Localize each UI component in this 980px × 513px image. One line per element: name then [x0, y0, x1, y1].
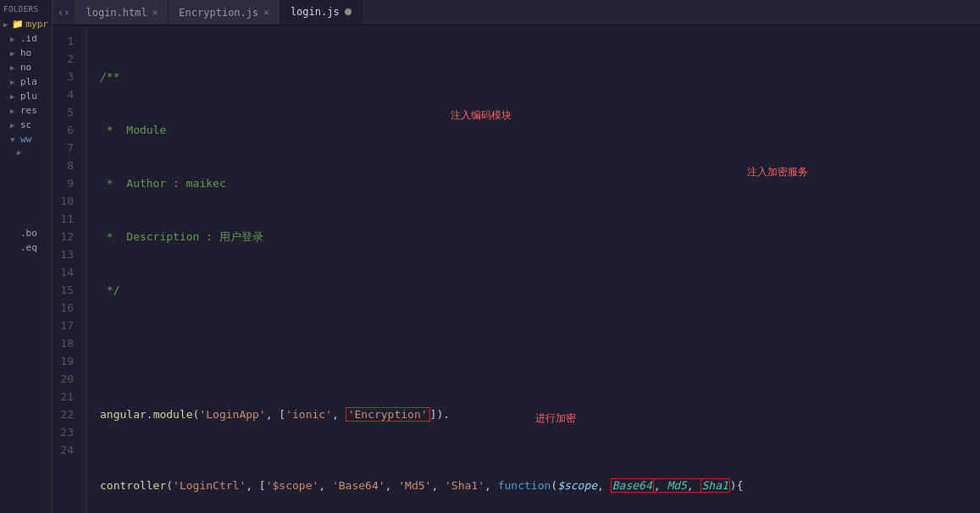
- nav-arrows[interactable]: ‹ ›: [53, 0, 75, 25]
- sidebar-item-res[interactable]: ▶ res: [0, 103, 52, 118]
- close-icon[interactable]: ✕: [263, 7, 269, 18]
- sidebar-item-sc[interactable]: ▶ sc: [0, 118, 52, 132]
- sidebar-item-bo[interactable]: .bo: [0, 226, 52, 240]
- arrow-icon: ▶: [10, 63, 19, 72]
- code-content[interactable]: /** * Module * Author : maikec * Descrip…: [86, 25, 980, 513]
- sidebar-title: FOLDERS: [0, 0, 52, 17]
- code-line-6: [100, 334, 980, 352]
- sidebar-label: pla: [20, 76, 37, 87]
- tab-label: login.js: [291, 6, 340, 18]
- sidebar-item-no[interactable]: ▶ no: [0, 60, 52, 74]
- arrow-icon: ▶: [17, 148, 25, 157]
- tab-label: login.html: [86, 7, 147, 19]
- tab-label: Encryption.js: [179, 7, 258, 19]
- code-line-7: angular.module('LoginApp', ['ionic', 'En…: [100, 405, 980, 423]
- arrow-icon: ▶: [10, 35, 19, 43]
- arrow-icon: ▶: [3, 20, 10, 29]
- modified-dot: [345, 8, 352, 15]
- sidebar-label: plu: [20, 91, 37, 102]
- sidebar-label: .id: [20, 33, 37, 44]
- sidebar-item-mypr[interactable]: ▶ 📁 mypr: [0, 17, 52, 31]
- tab-login-js[interactable]: login.js: [280, 0, 363, 25]
- sidebar-item-ww[interactable]: ▼ ww: [0, 132, 52, 146]
- sidebar-item-sub[interactable]: ▶: [0, 146, 52, 158]
- left-arrow-icon[interactable]: ‹: [58, 7, 64, 19]
- tab-bar: ‹ › login.html ✕ Encryption.js ✕ login.j…: [53, 0, 980, 25]
- line-numbers: 12345 678910 1112131415 1617181920 21222…: [53, 25, 86, 513]
- code-line-4: * Description : 用户登录: [100, 228, 980, 245]
- sidebar-label: ho: [20, 47, 31, 58]
- sidebar-label: mypr: [26, 19, 49, 30]
- close-icon[interactable]: ✕: [152, 7, 158, 18]
- sidebar: FOLDERS ▶ 📁 mypr ▶ .id ▶ ho ▶ no ▶ pla ▶…: [0, 0, 53, 513]
- sidebar-label: .bo: [20, 228, 37, 239]
- editor-area: ‹ › login.html ✕ Encryption.js ✕ login.j…: [53, 0, 980, 513]
- sidebar-item-pla[interactable]: ▶ pla: [0, 74, 52, 89]
- sidebar-label: no: [20, 62, 31, 73]
- sidebar-label: res: [20, 105, 37, 116]
- arrow-icon: ▶: [10, 78, 19, 86]
- sidebar-label: sc: [20, 119, 31, 130]
- sidebar-label: ww: [20, 134, 31, 145]
- sidebar-item-ho[interactable]: ▶ ho: [0, 46, 52, 60]
- code-line-8: controller('LoginCtrl', ['$scope', 'Base…: [100, 477, 980, 494]
- folder-icon: 📁: [12, 19, 24, 30]
- code-line-3: * Author : maikec: [100, 174, 980, 192]
- code-line-5: */: [100, 281, 980, 299]
- arrow-icon: ▶: [10, 92, 19, 101]
- sidebar-item-id[interactable]: ▶ .id: [0, 31, 52, 46]
- arrow-icon: ▶: [10, 107, 19, 115]
- sidebar-label: .eq: [20, 242, 37, 253]
- arrow-icon: ▶: [10, 121, 19, 130]
- code-line-2: * Module: [100, 121, 980, 139]
- right-arrow-icon[interactable]: ›: [64, 7, 69, 19]
- sidebar-item-plu[interactable]: ▶ plu: [0, 89, 52, 103]
- sidebar-item-eq[interactable]: .eq: [0, 240, 52, 255]
- code-line-1: /**: [100, 68, 980, 86]
- arrow-icon: ▶: [10, 49, 19, 58]
- arrow-icon: ▼: [10, 135, 19, 144]
- tab-encryption-js[interactable]: Encryption.js ✕: [169, 0, 280, 25]
- tab-login-html[interactable]: login.html ✕: [75, 0, 169, 25]
- code-editor: 12345 678910 1112131415 1617181920 21222…: [53, 25, 980, 513]
